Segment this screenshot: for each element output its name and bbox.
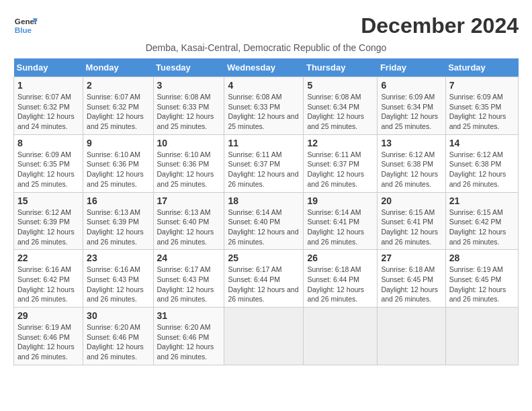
day-number: 27	[381, 253, 441, 263]
day-cell-3: 3Sunrise: 6:08 AMSunset: 6:33 PMDaylight…	[153, 77, 224, 135]
day-cell-17: 17Sunrise: 6:13 AMSunset: 6:40 PMDayligh…	[153, 192, 224, 250]
svg-text:Blue: Blue	[15, 26, 32, 34]
weekday-header-friday: Friday	[378, 58, 445, 77]
day-detail: Sunrise: 6:12 AMSunset: 6:38 PMDaylight:…	[449, 150, 515, 189]
day-detail: Sunrise: 6:10 AMSunset: 6:36 PMDaylight:…	[87, 150, 149, 189]
day-number: 9	[87, 138, 149, 148]
day-number: 26	[307, 253, 373, 263]
day-detail: Sunrise: 6:15 AMSunset: 6:41 PMDaylight:…	[381, 208, 441, 247]
day-number: 30	[87, 310, 149, 321]
day-detail: Sunrise: 6:19 AMSunset: 6:46 PMDaylight:…	[17, 322, 79, 362]
day-detail: Sunrise: 6:16 AMSunset: 6:42 PMDaylight:…	[17, 265, 79, 304]
day-number: 15	[17, 195, 79, 206]
day-detail: Sunrise: 6:12 AMSunset: 6:38 PMDaylight:…	[381, 150, 441, 189]
day-number: 13	[381, 138, 441, 148]
day-detail: Sunrise: 6:07 AMSunset: 6:32 PMDaylight:…	[87, 92, 149, 132]
day-detail: Sunrise: 6:14 AMSunset: 6:41 PMDaylight:…	[307, 208, 373, 247]
day-detail: Sunrise: 6:18 AMSunset: 6:44 PMDaylight:…	[307, 265, 373, 304]
day-cell-9: 9Sunrise: 6:10 AMSunset: 6:36 PMDaylight…	[83, 134, 153, 192]
logo: General Blue	[13, 13, 38, 38]
day-cell-28: 28Sunrise: 6:19 AMSunset: 6:45 PMDayligh…	[445, 250, 518, 308]
day-cell-25: 25Sunrise: 6:17 AMSunset: 6:44 PMDayligh…	[224, 250, 304, 308]
empty-cell	[378, 308, 445, 365]
day-detail: Sunrise: 6:20 AMSunset: 6:46 PMDaylight:…	[87, 322, 149, 362]
calendar-table: SundayMondayTuesdayWednesdayThursdayFrid…	[13, 58, 519, 365]
day-number: 31	[157, 310, 221, 321]
day-number: 23	[87, 253, 149, 263]
empty-cell	[224, 308, 304, 365]
weekday-header-tuesday: Tuesday	[153, 58, 224, 77]
week-row-4: 22Sunrise: 6:16 AMSunset: 6:42 PMDayligh…	[14, 250, 519, 308]
day-number: 3	[157, 80, 221, 91]
weekday-header-saturday: Saturday	[445, 58, 518, 77]
day-number: 25	[228, 253, 300, 263]
day-detail: Sunrise: 6:15 AMSunset: 6:42 PMDaylight:…	[449, 208, 515, 247]
day-number: 8	[17, 138, 79, 148]
day-cell-22: 22Sunrise: 6:16 AMSunset: 6:42 PMDayligh…	[14, 250, 83, 308]
day-number: 10	[157, 138, 221, 148]
day-detail: Sunrise: 6:09 AMSunset: 6:35 PMDaylight:…	[449, 92, 515, 132]
day-cell-7: 7Sunrise: 6:09 AMSunset: 6:35 PMDaylight…	[445, 77, 518, 135]
day-cell-11: 11Sunrise: 6:11 AMSunset: 6:37 PMDayligh…	[224, 134, 304, 192]
day-number: 18	[228, 195, 300, 206]
day-number: 22	[17, 253, 79, 263]
day-detail: Sunrise: 6:17 AMSunset: 6:43 PMDaylight:…	[157, 265, 221, 304]
day-number: 24	[157, 253, 221, 263]
day-cell-24: 24Sunrise: 6:17 AMSunset: 6:43 PMDayligh…	[153, 250, 224, 308]
day-cell-16: 16Sunrise: 6:13 AMSunset: 6:39 PMDayligh…	[83, 192, 153, 250]
day-detail: Sunrise: 6:13 AMSunset: 6:40 PMDaylight:…	[157, 208, 221, 247]
day-cell-6: 6Sunrise: 6:09 AMSunset: 6:34 PMDaylight…	[378, 77, 445, 135]
day-number: 14	[449, 138, 515, 148]
day-detail: Sunrise: 6:08 AMSunset: 6:34 PMDaylight:…	[307, 92, 373, 132]
day-detail: Sunrise: 6:11 AMSunset: 6:37 PMDaylight:…	[307, 150, 373, 189]
day-detail: Sunrise: 6:08 AMSunset: 6:33 PMDaylight:…	[157, 92, 221, 132]
svg-text:General: General	[15, 17, 38, 26]
day-detail: Sunrise: 6:18 AMSunset: 6:45 PMDaylight:…	[381, 265, 441, 304]
day-cell-19: 19Sunrise: 6:14 AMSunset: 6:41 PMDayligh…	[304, 192, 378, 250]
subtitle: Demba, Kasai-Central, Democratic Republi…	[13, 42, 519, 53]
day-detail: Sunrise: 6:16 AMSunset: 6:43 PMDaylight:…	[87, 265, 149, 304]
day-detail: Sunrise: 6:19 AMSunset: 6:45 PMDaylight:…	[449, 265, 515, 304]
day-cell-21: 21Sunrise: 6:15 AMSunset: 6:42 PMDayligh…	[445, 192, 518, 250]
day-detail: Sunrise: 6:12 AMSunset: 6:39 PMDaylight:…	[17, 208, 79, 247]
day-number: 5	[307, 80, 373, 91]
day-detail: Sunrise: 6:10 AMSunset: 6:36 PMDaylight:…	[157, 150, 221, 189]
day-cell-13: 13Sunrise: 6:12 AMSunset: 6:38 PMDayligh…	[378, 134, 445, 192]
day-detail: Sunrise: 6:11 AMSunset: 6:37 PMDaylight:…	[228, 150, 300, 189]
day-cell-23: 23Sunrise: 6:16 AMSunset: 6:43 PMDayligh…	[83, 250, 153, 308]
day-number: 21	[449, 195, 515, 206]
week-row-2: 8Sunrise: 6:09 AMSunset: 6:35 PMDaylight…	[14, 134, 519, 192]
day-number: 28	[449, 253, 515, 263]
day-number: 7	[449, 80, 515, 91]
weekday-header-monday: Monday	[83, 58, 153, 77]
day-cell-5: 5Sunrise: 6:08 AMSunset: 6:34 PMDaylight…	[304, 77, 378, 135]
logo-icon: General Blue	[13, 13, 38, 38]
weekday-header-thursday: Thursday	[304, 58, 378, 77]
day-cell-1: 1Sunrise: 6:07 AMSunset: 6:32 PMDaylight…	[14, 77, 83, 135]
day-cell-26: 26Sunrise: 6:18 AMSunset: 6:44 PMDayligh…	[304, 250, 378, 308]
weekday-header-sunday: Sunday	[14, 58, 83, 77]
page-header: General Blue December 2024	[13, 13, 519, 38]
day-cell-18: 18Sunrise: 6:14 AMSunset: 6:40 PMDayligh…	[224, 192, 304, 250]
day-number: 6	[381, 80, 441, 91]
day-number: 20	[381, 195, 441, 206]
day-cell-4: 4Sunrise: 6:08 AMSunset: 6:33 PMDaylight…	[224, 77, 304, 135]
day-detail: Sunrise: 6:09 AMSunset: 6:35 PMDaylight:…	[17, 150, 79, 189]
month-title: December 2024	[361, 13, 519, 38]
day-number: 29	[17, 310, 79, 321]
day-cell-10: 10Sunrise: 6:10 AMSunset: 6:36 PMDayligh…	[153, 134, 224, 192]
weekday-header-row: SundayMondayTuesdayWednesdayThursdayFrid…	[14, 58, 519, 77]
day-detail: Sunrise: 6:14 AMSunset: 6:40 PMDaylight:…	[228, 208, 300, 247]
day-detail: Sunrise: 6:08 AMSunset: 6:33 PMDaylight:…	[228, 92, 300, 132]
day-number: 4	[228, 80, 300, 91]
empty-cell	[445, 308, 518, 365]
day-number: 16	[87, 195, 149, 206]
week-row-3: 15Sunrise: 6:12 AMSunset: 6:39 PMDayligh…	[14, 192, 519, 250]
weekday-header-wednesday: Wednesday	[224, 58, 304, 77]
day-number: 1	[17, 80, 79, 91]
calendar-body: 1Sunrise: 6:07 AMSunset: 6:32 PMDaylight…	[14, 77, 519, 365]
day-detail: Sunrise: 6:13 AMSunset: 6:39 PMDaylight:…	[87, 208, 149, 247]
day-cell-29: 29Sunrise: 6:19 AMSunset: 6:46 PMDayligh…	[14, 308, 83, 365]
day-number: 19	[307, 195, 373, 206]
day-cell-31: 31Sunrise: 6:20 AMSunset: 6:46 PMDayligh…	[153, 308, 224, 365]
